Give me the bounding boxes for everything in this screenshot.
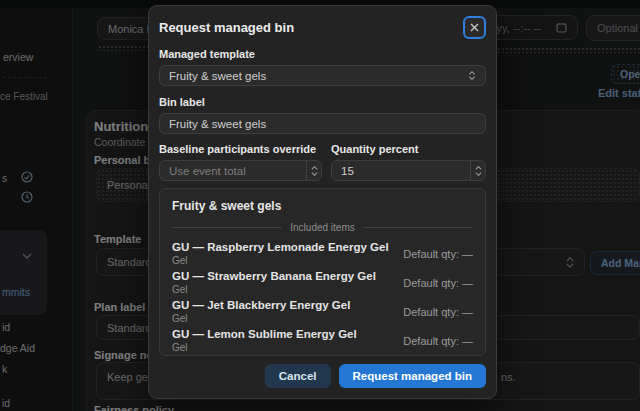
chevron-up-icon (311, 166, 318, 170)
list-item: GU — Raspberry Lemonade Energy GelGel De… (172, 241, 473, 266)
chevron-up-icon (475, 166, 482, 170)
bin-label-label: Bin label (159, 96, 486, 108)
list-item: GU — Jet Blackberry Energy GelGel Defaul… (172, 299, 473, 324)
bin-label-input[interactable] (159, 113, 486, 134)
close-button[interactable] (463, 16, 486, 39)
divider-label: Included items (290, 222, 354, 233)
modal-title: Request managed bin (159, 20, 294, 35)
chevron-down-icon (311, 172, 318, 176)
included-items-divider: Included items (172, 222, 473, 233)
managed-template-select[interactable]: Fruity & sweet gels (159, 65, 486, 86)
request-managed-bin-modal: Request managed bin Managed template Fru… (148, 5, 497, 399)
close-icon (470, 23, 479, 32)
default-qty: Default qty: — (403, 248, 473, 260)
included-items-panel: Fruity & sweet gels Included items GU — … (159, 188, 486, 356)
number-stepper[interactable] (470, 161, 486, 180)
default-qty: Default qty: — (403, 277, 473, 289)
chevron-down-icon (475, 172, 482, 176)
number-stepper[interactable] (306, 161, 322, 180)
managed-template-label: Managed template (159, 48, 486, 60)
list-item: GU — Lemon Sublime Energy GelGel Default… (172, 328, 473, 353)
baseline-override-input[interactable] (159, 160, 322, 181)
cancel-button[interactable]: Cancel (265, 364, 331, 388)
select-chevron-icon (468, 71, 476, 80)
quantity-percent-input[interactable] (331, 160, 486, 181)
quantity-percent-label: Quantity percent (331, 143, 486, 155)
request-managed-bin-button[interactable]: Request managed bin (339, 364, 487, 388)
default-qty: Default qty: — (403, 335, 473, 347)
panel-title: Fruity & sweet gels (172, 199, 473, 213)
baseline-override-label: Baseline participants override (159, 143, 322, 155)
app-window: erview ce Festival s mmits id dge Aid k … (0, 0, 640, 411)
default-qty: Default qty: — (403, 306, 473, 318)
list-item: GU — Strawberry Banana Energy GelGel Def… (172, 270, 473, 295)
